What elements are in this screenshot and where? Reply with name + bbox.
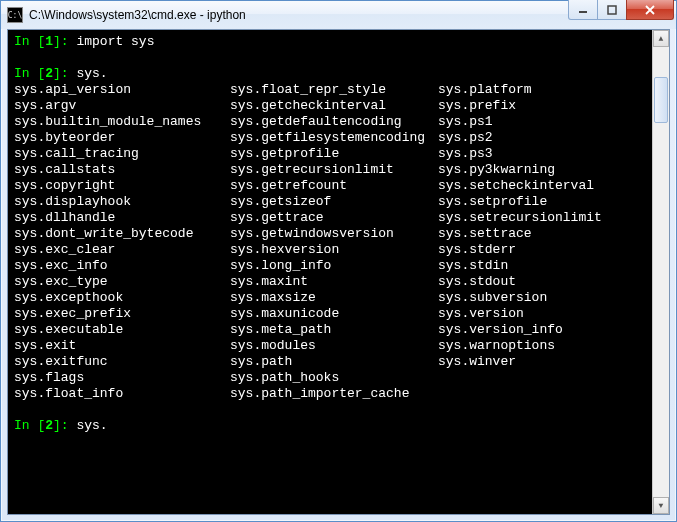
completion-item: sys.gettrace: [230, 210, 438, 226]
completion-item: sys.exc_type: [14, 274, 230, 290]
completion-item: sys.maxsize: [230, 290, 438, 306]
completion-item: sys.argv: [14, 98, 230, 114]
completion-item: sys.stderr: [438, 242, 516, 258]
completion-item: sys.api_version: [14, 82, 230, 98]
completion-row: sys.exec_prefixsys.maxunicodesys.version: [14, 306, 646, 322]
completion-item: sys.maxint: [230, 274, 438, 290]
scroll-thumb[interactable]: [654, 77, 668, 123]
completion-item: sys.stdin: [438, 258, 508, 274]
completion-item: sys.exitfunc: [14, 354, 230, 370]
completion-item: sys.ps2: [438, 130, 493, 146]
completion-item: sys.long_info: [230, 258, 438, 274]
completion-item: sys.ps1: [438, 114, 493, 130]
completion-row: sys.api_versionsys.float_repr_stylesys.p…: [14, 82, 646, 98]
completion-item: sys.excepthook: [14, 290, 230, 306]
completion-row: sys.dont_write_bytecodesys.getwindowsver…: [14, 226, 646, 242]
completion-item: sys.getfilesystemencoding: [230, 130, 438, 146]
completion-item: sys.meta_path: [230, 322, 438, 338]
completion-item: sys.exit: [14, 338, 230, 354]
completion-item: sys.version: [438, 306, 524, 322]
completion-item: sys.setcheckinterval: [438, 178, 594, 194]
completion-row: sys.exc_infosys.long_infosys.stdin: [14, 258, 646, 274]
completion-item: sys.hexversion: [230, 242, 438, 258]
completion-item: sys.py3kwarning: [438, 162, 555, 178]
completion-item: sys.dont_write_bytecode: [14, 226, 230, 242]
completion-row: sys.callstatssys.getrecursionlimitsys.py…: [14, 162, 646, 178]
completion-item: sys.version_info: [438, 322, 563, 338]
completion-item: sys.getcheckinterval: [230, 98, 438, 114]
completion-item: sys.executable: [14, 322, 230, 338]
completion-row: sys.excepthooksys.maxsizesys.subversion: [14, 290, 646, 306]
content-area: In [1]: import sys In [2]: sys.sys.api_v…: [7, 29, 670, 515]
scroll-up-button[interactable]: ▲: [653, 30, 669, 47]
completion-item: sys.exec_prefix: [14, 306, 230, 322]
completion-item: sys.builtin_module_names: [14, 114, 230, 130]
completion-item: sys.prefix: [438, 98, 516, 114]
completion-item: sys.byteorder: [14, 130, 230, 146]
completion-item: sys.warnoptions: [438, 338, 555, 354]
completion-row: sys.float_infosys.path_importer_cache: [14, 386, 646, 402]
completion-item: sys.exc_clear: [14, 242, 230, 258]
window-buttons: [569, 0, 674, 20]
input-line-1: In [1]: import sys: [14, 34, 646, 50]
completion-item: sys.setrecursionlimit: [438, 210, 602, 226]
completion-row: sys.copyrightsys.getrefcountsys.setcheck…: [14, 178, 646, 194]
completion-item: sys.getrecursionlimit: [230, 162, 438, 178]
completion-row: sys.displayhooksys.getsizeofsys.setprofi…: [14, 194, 646, 210]
blank-line: [14, 402, 646, 418]
minimize-button[interactable]: [568, 0, 598, 20]
completion-item: sys.getdefaultencoding: [230, 114, 438, 130]
completion-item: sys.modules: [230, 338, 438, 354]
completion-item: sys.exc_info: [14, 258, 230, 274]
completion-item: sys.platform: [438, 82, 532, 98]
completion-item: sys.subversion: [438, 290, 547, 306]
completion-item: sys.getsizeof: [230, 194, 438, 210]
window-title: C:\Windows\system32\cmd.exe - ipython: [29, 8, 569, 22]
completion-item: sys.flags: [14, 370, 230, 386]
terminal[interactable]: In [1]: import sys In [2]: sys.sys.api_v…: [8, 30, 652, 514]
completion-item: sys.getprofile: [230, 146, 438, 162]
completion-item: sys.displayhook: [14, 194, 230, 210]
completion-row: sys.dllhandlesys.gettracesys.setrecursio…: [14, 210, 646, 226]
completion-item: sys.path_hooks: [230, 370, 438, 386]
completion-row: sys.flagssys.path_hooks: [14, 370, 646, 386]
completion-item: sys.call_tracing: [14, 146, 230, 162]
close-button[interactable]: [626, 0, 674, 20]
completion-row: sys.byteordersys.getfilesystemencodingsy…: [14, 130, 646, 146]
completion-row: sys.argvsys.getcheckintervalsys.prefix: [14, 98, 646, 114]
completion-item: sys.maxunicode: [230, 306, 438, 322]
titlebar[interactable]: C:\ C:\Windows\system32\cmd.exe - ipytho…: [1, 1, 676, 29]
completion-item: sys.setprofile: [438, 194, 547, 210]
completion-item: sys.getrefcount: [230, 178, 438, 194]
cmd-icon: C:\: [7, 7, 23, 23]
completion-item: sys.ps3: [438, 146, 493, 162]
completion-item: sys.getwindowsversion: [230, 226, 438, 242]
completion-row: sys.exitfuncsys.pathsys.winver: [14, 354, 646, 370]
svg-rect-0: [579, 11, 587, 13]
cmd-window: C:\ C:\Windows\system32\cmd.exe - ipytho…: [0, 0, 677, 522]
completion-item: sys.stdout: [438, 274, 516, 290]
completion-row: sys.call_tracingsys.getprofilesys.ps3: [14, 146, 646, 162]
completion-item: sys.float_repr_style: [230, 82, 438, 98]
completion-item: sys.winver: [438, 354, 516, 370]
scroll-track[interactable]: [653, 47, 669, 497]
svg-rect-1: [608, 6, 616, 14]
completion-item: sys.float_info: [14, 386, 230, 402]
completion-item: sys.path_importer_cache: [230, 386, 438, 402]
completion-row: sys.executablesys.meta_pathsys.version_i…: [14, 322, 646, 338]
completion-item: sys.copyright: [14, 178, 230, 194]
completion-item: sys.dllhandle: [14, 210, 230, 226]
maximize-button[interactable]: [597, 0, 627, 20]
completion-row: sys.exc_typesys.maxintsys.stdout: [14, 274, 646, 290]
scroll-down-button[interactable]: ▼: [653, 497, 669, 514]
completion-row: sys.exitsys.modulessys.warnoptions: [14, 338, 646, 354]
completion-row: sys.builtin_module_namessys.getdefaulten…: [14, 114, 646, 130]
blank-line: [14, 50, 646, 66]
input-line-3: In [2]: sys.: [14, 418, 646, 434]
completion-item: sys.settrace: [438, 226, 532, 242]
vertical-scrollbar[interactable]: ▲ ▼: [652, 30, 669, 514]
input-line-2: In [2]: sys.: [14, 66, 646, 82]
completion-item: sys.path: [230, 354, 438, 370]
completion-item: sys.callstats: [14, 162, 230, 178]
completion-row: sys.exc_clearsys.hexversionsys.stderr: [14, 242, 646, 258]
